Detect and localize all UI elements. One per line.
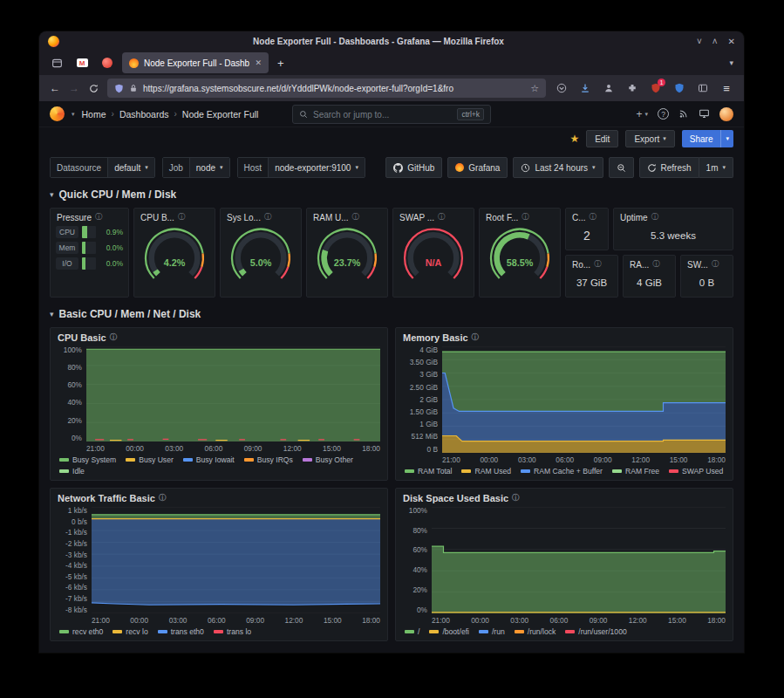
- panel-header[interactable]: Sys Lo... ⓘ: [221, 209, 301, 224]
- display-button[interactable]: [699, 106, 710, 122]
- legend-item[interactable]: Busy Other: [303, 455, 353, 464]
- pocket-button[interactable]: [551, 79, 572, 98]
- search-input[interactable]: Search or jump to... ctrl+k: [292, 105, 491, 124]
- bookmark-star-icon[interactable]: ☆: [530, 83, 539, 94]
- new-menu-button[interactable]: + ▾: [636, 108, 648, 120]
- legend-item[interactable]: /run/user/1000: [565, 627, 626, 636]
- org-switcher-caret-icon[interactable]: ▾: [72, 111, 75, 118]
- root-fs-gauge: 58.5%: [480, 225, 560, 281]
- reload-button[interactable]: [85, 79, 102, 98]
- refresh-interval-dropdown[interactable]: 1m ▾: [699, 157, 733, 178]
- legend-item[interactable]: /run/lock: [515, 627, 556, 636]
- pocket-icon: [556, 83, 567, 93]
- var-datasource[interactable]: Datasource default ▾: [50, 157, 155, 178]
- extensions-button[interactable]: [622, 79, 643, 98]
- panel-header[interactable]: Root F... ⓘ: [480, 209, 560, 224]
- panel-header[interactable]: Disk Space Used Basic ⓘ: [396, 489, 733, 505]
- legend-item[interactable]: Busy System: [59, 455, 116, 464]
- legend-item[interactable]: /run: [479, 627, 505, 636]
- legend-item[interactable]: RAM Total: [405, 467, 452, 476]
- legend-item[interactable]: /: [405, 627, 419, 636]
- back-button[interactable]: ←: [46, 79, 64, 98]
- sidebars-button[interactable]: [692, 79, 713, 98]
- legend-item[interactable]: /boot/efi: [429, 627, 469, 636]
- legend-item[interactable]: recv eth0: [59, 627, 103, 636]
- pinned-tab-gmail[interactable]: M: [72, 53, 92, 72]
- pinned-tab-red-app[interactable]: [97, 53, 118, 72]
- panel-header[interactable]: RAM U... ⓘ: [307, 209, 387, 224]
- all-tabs-button[interactable]: ▾: [726, 58, 737, 67]
- lock-icon[interactable]: [129, 84, 138, 92]
- new-tab-button[interactable]: +: [273, 57, 289, 70]
- export-button[interactable]: Export ▾: [625, 130, 674, 147]
- panel-header[interactable]: C... ⓘ: [566, 209, 608, 224]
- legend-label: Busy System: [72, 455, 116, 464]
- window-maximize-button[interactable]: ˄: [712, 37, 718, 46]
- active-tab[interactable]: Node Exporter Full - Dashbo ✕: [122, 52, 269, 73]
- user-avatar[interactable]: [719, 107, 733, 121]
- downloads-button[interactable]: [575, 79, 596, 98]
- legend-item[interactable]: trans lo: [214, 627, 251, 636]
- legend-item[interactable]: Busy User: [126, 455, 174, 464]
- firefox-view-button[interactable]: [46, 53, 67, 72]
- favorite-star-icon[interactable]: ★: [569, 133, 579, 145]
- panel-header[interactable]: Uptime ⓘ: [614, 209, 733, 224]
- github-link-button[interactable]: GitHub: [385, 157, 442, 178]
- legend-item[interactable]: SWAP Used: [669, 467, 723, 476]
- legend-item[interactable]: trans eth0: [158, 627, 204, 636]
- breadcrumb-dashboards[interactable]: Dashboards: [119, 109, 169, 120]
- panel-header[interactable]: SW... ⓘ: [681, 256, 733, 271]
- stat-value: 5.3 weeks: [614, 224, 733, 250]
- legend-item[interactable]: RAM Free: [612, 467, 659, 476]
- var-host-value[interactable]: node-exporter:9100: [275, 163, 351, 173]
- panel-header[interactable]: Memory Basic ⓘ: [396, 328, 733, 345]
- tracking-protection-shield-icon[interactable]: [114, 84, 124, 93]
- pressure-value: 0.0%: [99, 259, 123, 268]
- section-basic-cpu-mem-net-disk[interactable]: ▾ Basic CPU / Mem / Net / Disk: [50, 308, 733, 320]
- password-extension-button[interactable]: [669, 79, 690, 98]
- tab-close-button[interactable]: ✕: [255, 58, 262, 67]
- panel-header[interactable]: Ro... ⓘ: [566, 256, 617, 271]
- share-label[interactable]: Share: [682, 130, 721, 147]
- legend-item[interactable]: Idle: [59, 467, 85, 476]
- share-button[interactable]: Share ▾: [682, 130, 733, 147]
- account-button[interactable]: [598, 79, 619, 98]
- x-tick: 00:00: [126, 444, 144, 453]
- window-close-button[interactable]: ✕: [728, 37, 735, 46]
- panel-header[interactable]: CPU B... ⓘ: [134, 209, 215, 224]
- time-range-picker[interactable]: Last 24 hours ▾: [513, 157, 603, 178]
- reload-icon: [89, 84, 99, 93]
- grafana-link-button[interactable]: Grafana: [447, 157, 508, 178]
- window-minimize-button[interactable]: ˅: [697, 37, 702, 46]
- panel-header[interactable]: SWAP ... ⓘ: [393, 209, 474, 224]
- panel-header[interactable]: Pressure ⓘ: [51, 209, 128, 224]
- legend-item[interactable]: Busy Iowait: [183, 455, 235, 464]
- forward-button[interactable]: →: [65, 79, 83, 98]
- var-job[interactable]: Job node ▾: [162, 157, 230, 178]
- panel-header[interactable]: CPU Basic ⓘ: [51, 328, 387, 345]
- breadcrumb-current[interactable]: Node Exporter Full: [182, 109, 259, 120]
- legend-item[interactable]: RAM Cache + Buffer: [521, 467, 603, 476]
- breadcrumb-home[interactable]: Home: [82, 109, 106, 120]
- var-host[interactable]: Host node-exporter:9100 ▾: [237, 157, 365, 178]
- legend-label: SWAP Used: [682, 467, 723, 476]
- refresh-button[interactable]: Refresh: [639, 157, 699, 178]
- zoom-out-button[interactable]: [609, 157, 634, 178]
- window-titlebar[interactable]: Node Exporter Full - Dashboards - Grafan…: [39, 31, 744, 51]
- menu-button[interactable]: ≡: [716, 79, 737, 98]
- panel-header[interactable]: Network Traffic Basic ⓘ: [51, 489, 387, 505]
- grafana-logo[interactable]: [50, 106, 65, 121]
- panel-header[interactable]: RA... ⓘ: [624, 256, 675, 271]
- edit-button[interactable]: Edit: [586, 130, 618, 147]
- share-caret-icon[interactable]: ▾: [720, 130, 733, 147]
- news-button[interactable]: [678, 106, 689, 122]
- legend-item[interactable]: RAM Used: [461, 467, 511, 476]
- url-bar[interactable]: https://grafana.systemsobscure.net/d/rYd…: [107, 79, 546, 98]
- section-quick-cpu-mem-disk[interactable]: ▾ Quick CPU / Mem / Disk: [50, 188, 733, 201]
- help-icon[interactable]: ?: [658, 108, 669, 120]
- ublock-extension-button[interactable]: 1: [645, 79, 666, 98]
- var-job-value[interactable]: node: [196, 163, 215, 173]
- legend-item[interactable]: Busy IRQs: [244, 455, 293, 464]
- legend-item[interactable]: recv lo: [112, 627, 147, 636]
- var-datasource-value[interactable]: default: [114, 163, 140, 173]
